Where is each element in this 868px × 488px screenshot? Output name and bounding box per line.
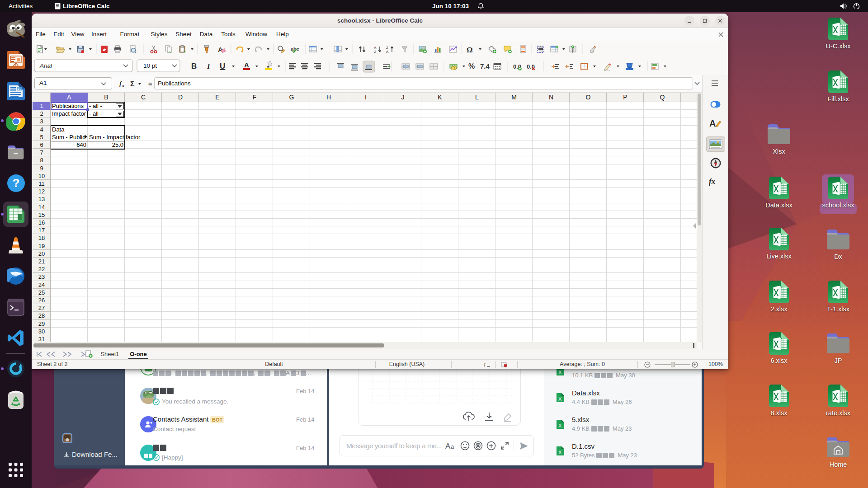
svg-text:?: ?	[13, 176, 20, 190]
svg-text:10 pt: 10 pt	[143, 62, 157, 69]
svg-text:Z: Z	[386, 46, 388, 50]
svg-text:%: %	[468, 62, 475, 70]
svg-text:X: X	[558, 423, 562, 428]
svg-text:B: B	[191, 62, 197, 70]
svg-text:A: A	[445, 442, 451, 450]
svg-text:x: x	[122, 83, 124, 88]
svg-text:Z: Z	[374, 50, 376, 54]
svg-text:X: X	[558, 450, 562, 455]
svg-text:7.4: 7.4	[480, 62, 490, 70]
svg-text:X: X	[558, 370, 562, 375]
svg-text:I: I	[484, 362, 486, 367]
svg-text:X: X	[558, 396, 562, 402]
svg-text:A: A	[374, 46, 377, 50]
svg-text:Σ: Σ	[130, 80, 135, 88]
svg-text:A: A	[709, 118, 716, 128]
svg-text:U: U	[220, 62, 225, 70]
svg-text:A: A	[244, 61, 249, 69]
svg-text:=: =	[148, 80, 152, 88]
svg-text:I: I	[207, 62, 211, 70]
svg-text:A: A	[386, 50, 389, 54]
svg-text:Arial: Arial	[39, 62, 52, 69]
svg-text:a: a	[451, 443, 454, 450]
svg-text:Ω: Ω	[467, 46, 473, 54]
